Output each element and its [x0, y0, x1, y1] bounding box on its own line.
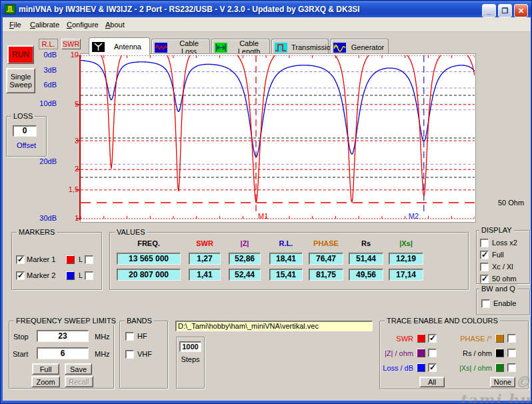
recall-button[interactable]: Recall [65, 376, 93, 387]
minimize-button[interactable]: _ [482, 4, 496, 17]
marker1-color-swatch[interactable] [66, 255, 75, 264]
bw-q-enable-label: Enable [493, 299, 516, 307]
full-checkbox[interactable] [480, 251, 489, 259]
tab-cable-length[interactable]: Cable Length [211, 39, 270, 55]
trace-rs-swatch[interactable] [495, 349, 504, 357]
markers-group: MARKERS Marker 1 L Marker 2 L [11, 232, 102, 290]
bw-q-enable-checkbox[interactable] [481, 299, 490, 308]
marker1-l-checkbox[interactable] [85, 255, 93, 264]
value-phase-m1: 76,47 [309, 253, 343, 265]
rl-scale-label: 30dB [34, 214, 57, 222]
loss-offset-label: Offset [7, 141, 46, 149]
trace-loss-label: Loss / dB [380, 364, 413, 372]
trace-phase-label: PHASE /° [447, 335, 492, 343]
loss-x2-label: Loss x2 [492, 239, 517, 247]
tab-cable-loss-label: Cable Loss [171, 39, 207, 55]
value-z-m1: 52,86 [229, 253, 261, 265]
col-header-rl: R.L. [269, 239, 303, 247]
run-button[interactable]: RUN [7, 45, 34, 64]
marker2-color-swatch[interactable] [66, 271, 75, 280]
rl-scale-label: 10dB [34, 99, 57, 107]
hf-checkbox[interactable] [125, 332, 134, 341]
stop-input[interactable]: 23 [37, 330, 89, 342]
menu-calibrate[interactable]: Calibrate [27, 19, 63, 30]
tab-transmission[interactable]: Transmission [271, 39, 329, 55]
value-freq-m2: 20 807 000 [117, 269, 181, 281]
col-header-swr: SWR [189, 239, 221, 247]
values-group: VALUES FREQ. SWR |Z| R.L. PHASE Rs |Xs| … [109, 232, 469, 290]
title-bar[interactable]: miniVNA by IW3HEV & IW3IJZ - 2 Port - RS… [1, 1, 532, 17]
swr-scale-label: 5 [59, 100, 79, 108]
trace-xs-label: |Xs| / ohm [447, 364, 492, 372]
marker2-checkbox[interactable] [16, 271, 25, 280]
display-group: DISPLAY Loss x2 Full Xc / Xl 50 ohm [476, 230, 530, 284]
trace-xs-swatch[interactable] [495, 363, 504, 372]
stop-label: Stop [13, 333, 29, 341]
tab-generator[interactable]: Generator [330, 39, 389, 55]
value-swr-m2: 1,41 [189, 269, 221, 281]
markers-group-title: MARKERS [17, 227, 57, 237]
value-z-m2: 52,44 [229, 269, 261, 281]
marker-m2-label[interactable]: M2 [409, 212, 419, 220]
start-input[interactable]: 6 [37, 347, 89, 359]
close-button[interactable]: ✕ [514, 4, 528, 17]
single-sweep-button[interactable]: Single Sweep [6, 68, 35, 93]
watermark: © tami.hu [437, 373, 531, 404]
trace-xs-checkbox[interactable] [507, 363, 516, 372]
save-button[interactable]: Save [65, 363, 92, 375]
swr-axis-header[interactable]: SWR [61, 39, 81, 49]
marker1-checkbox[interactable] [16, 255, 25, 264]
loss-group-title: LOSS [11, 111, 35, 121]
steps-group: 1000 Steps [176, 337, 205, 389]
stop-unit-label: MHz [95, 333, 110, 341]
value-rs-m1: 51,44 [349, 253, 383, 265]
marker2-l-checkbox[interactable] [85, 271, 93, 280]
trace-rs-label: Rs / ohm [447, 349, 492, 357]
menu-about[interactable]: About [102, 19, 128, 30]
xc-xl-label: Xc / Xl [492, 263, 513, 271]
transmission-icon [275, 43, 287, 53]
trace-z-swatch[interactable] [417, 349, 425, 357]
start-unit-label: MHz [95, 350, 110, 358]
menu-configure[interactable]: Configure [63, 19, 102, 30]
full-sweep-button[interactable]: Full [32, 363, 59, 375]
rl-scale-label: 6dB [34, 81, 57, 89]
menu-file[interactable]: File [6, 19, 25, 30]
rl-scale-label: 20dB [34, 157, 57, 165]
marker2-label: Marker 2 [27, 271, 55, 279]
cable-loss-icon [155, 43, 167, 53]
tab-antenna[interactable]: Antenna [89, 37, 150, 55]
trace-z-checkbox[interactable] [428, 349, 437, 357]
col-header-phase: PHASE [309, 239, 343, 247]
xc-xl-checkbox[interactable] [480, 263, 489, 271]
loss-x2-checkbox[interactable] [480, 239, 489, 247]
zoom-button[interactable]: Zoom [31, 376, 60, 387]
tab-cable-loss[interactable]: Cable Loss [151, 39, 210, 55]
value-freq-m1: 13 565 000 [117, 253, 181, 265]
loss-offset-input[interactable]: 0 [13, 125, 37, 137]
sweep-group-title: FREQUENCY SWEEP LIMITS [14, 316, 118, 325]
fifty-ohm-checkbox[interactable] [480, 275, 489, 283]
maximize-button[interactable]: ❐ [498, 4, 512, 17]
vec-file-path-field[interactable]: D:\_Tami\hobby\ham\_miniVNA\vertikal.vec [175, 321, 373, 331]
swr-scale-label: 10 [59, 51, 79, 59]
chart-plot-area[interactable] [81, 54, 475, 222]
trace-phase-swatch[interactable] [495, 334, 504, 343]
trace-swr-swatch[interactable] [417, 334, 425, 343]
marker-m1-label[interactable]: M1 [258, 212, 268, 220]
tab-transmission-label: Transmission [291, 43, 335, 51]
trace-swr-checkbox[interactable] [428, 334, 437, 343]
loss-group: LOSS 0 Offset [6, 116, 47, 157]
rl-axis-header[interactable]: R.L. [39, 39, 58, 49]
trace-loss-checkbox[interactable] [428, 363, 437, 372]
steps-input[interactable]: 1000 [179, 341, 201, 352]
vhf-checkbox[interactable] [125, 350, 134, 359]
trace-swr-label: SWR [380, 335, 413, 343]
trace-loss-swatch[interactable] [417, 363, 425, 372]
trace-rs-checkbox[interactable] [507, 349, 516, 357]
trace-phase-checkbox[interactable] [507, 334, 516, 343]
value-xs-m1: 12,19 [389, 253, 423, 265]
vhf-label: VHF [137, 350, 152, 358]
value-swr-m1: 1,27 [189, 253, 221, 265]
sweep-group: FREQUENCY SWEEP LIMITS Stop 23 MHz Start… [9, 321, 114, 389]
